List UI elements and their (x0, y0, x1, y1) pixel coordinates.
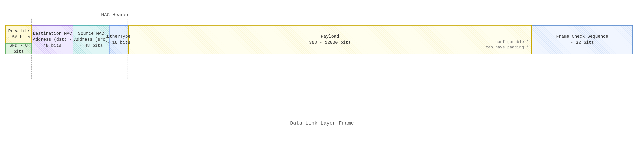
payload-label: Payload368 - 12000 bits (309, 33, 351, 46)
fcs-segment: Frame Check Sequence- 32 bits (532, 25, 633, 54)
dst-mac-segment: Destination MAC Address (dst) - 48 bits (32, 25, 73, 54)
src-mac-label: Source MAC Address (src) - 48 bits (73, 31, 109, 49)
ethertype-segment: EtherType - 16 bits (109, 25, 128, 54)
ethertype-label: EtherType - 16 bits (107, 33, 130, 46)
dst-mac-label: Destination MAC Address (dst) - 48 bits (32, 31, 73, 49)
preamble-segment: Preamble - 56 bits (6, 25, 32, 43)
diagram-container: MAC Header Preamble - 56 bits SFD - 8 bi… (0, 0, 644, 144)
sfd-segment: SFD - 8 bits (6, 43, 32, 54)
fcs-label: Frame Check Sequence- 32 bits (556, 33, 608, 46)
src-mac-segment: Source MAC Address (src) - 48 bits (73, 25, 109, 54)
mac-header-label: MAC Header (101, 12, 130, 18)
bottom-label: Data Link Layer Frame (0, 120, 644, 126)
preamble-label: Preamble - 56 bits (6, 28, 32, 40)
payload-note2: can have padding * (486, 45, 529, 50)
payload-note1: configurable * (495, 40, 529, 44)
sfd-label: SFD - 8 bits (6, 43, 32, 55)
payload-segment: Payload368 - 12000 bits configurable * c… (128, 25, 532, 54)
